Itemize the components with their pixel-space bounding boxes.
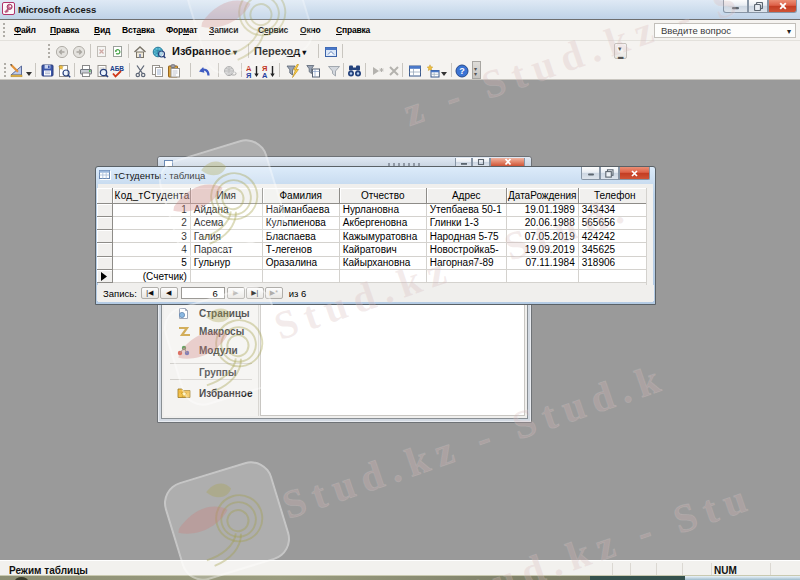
svg-text:Я: Я <box>246 70 251 78</box>
svg-text:?: ? <box>459 66 465 76</box>
svg-text:А: А <box>262 70 268 78</box>
svg-text:АБВ: АБВ <box>110 64 124 71</box>
